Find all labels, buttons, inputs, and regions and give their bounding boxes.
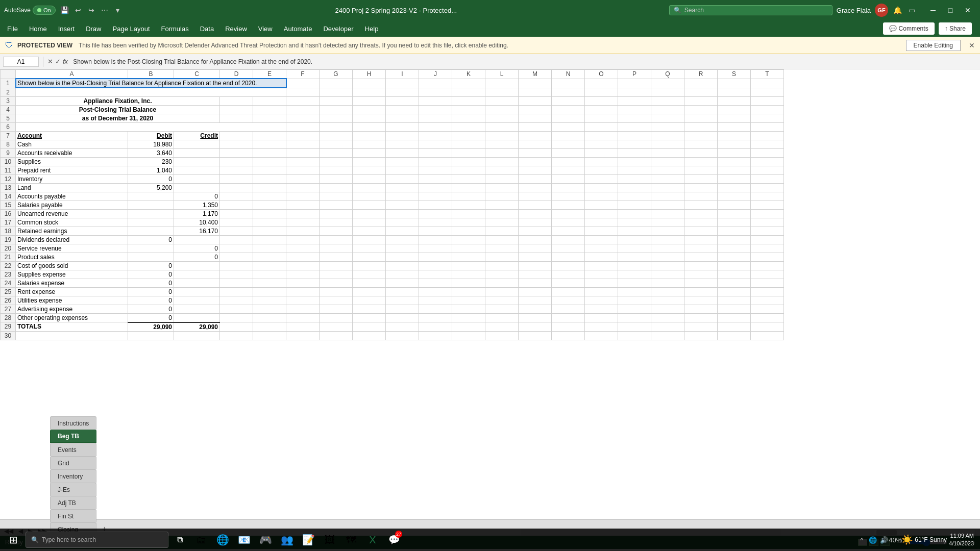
cell-empty-15-9[interactable]	[519, 201, 552, 209]
network-icon[interactable]: 🌐	[869, 536, 877, 544]
more-icon[interactable]: ⋯	[100, 5, 110, 15]
cell-empty-9-2[interactable]	[286, 148, 320, 157]
cell-empty-11-13[interactable]	[651, 166, 684, 174]
cell-empty-17-14[interactable]	[684, 218, 718, 227]
cell-empty-26-16[interactable]	[751, 296, 784, 305]
cell-empty-24-10[interactable]	[552, 279, 585, 287]
cell-empty-17-12[interactable]	[618, 218, 651, 227]
cell-empty-10-5[interactable]	[386, 157, 419, 166]
col-header-a[interactable]: A	[16, 70, 128, 79]
cell-empty-8-5[interactable]	[386, 140, 419, 148]
cell-empty-26-12[interactable]	[618, 296, 651, 305]
cell-empty-25-8[interactable]	[485, 287, 519, 296]
cell-empty-12-10[interactable]	[552, 174, 585, 183]
cell-empty-10-6[interactable]	[419, 157, 452, 166]
cell-empty-22-6[interactable]	[419, 261, 452, 270]
cell-empty-22-1[interactable]	[253, 261, 286, 270]
cell-a8[interactable]: Cash	[16, 140, 128, 148]
cell-empty-11-10[interactable]	[552, 166, 585, 174]
cell-empty-13-11[interactable]	[585, 183, 618, 192]
cell-empty-20-4[interactable]	[353, 244, 386, 253]
col-header-o[interactable]: O	[585, 70, 618, 79]
cell-l1[interactable]	[485, 79, 519, 88]
col-header-q[interactable]: Q	[651, 70, 684, 79]
cell-empty-23-14[interactable]	[684, 270, 718, 279]
cell-c19[interactable]	[174, 235, 220, 244]
cell-empty-8-16[interactable]	[751, 140, 784, 148]
taskbar-search[interactable]: 🔍 Type here to search	[26, 532, 168, 548]
mail-icon[interactable]: 📧	[234, 529, 254, 551]
cell-empty-13-9[interactable]	[519, 183, 552, 192]
cell-c21[interactable]: 0	[174, 253, 220, 261]
cell-empty-24-9[interactable]	[519, 279, 552, 287]
cell-empty-19-14[interactable]	[684, 235, 718, 244]
cell-a9[interactable]: Accounts receivable	[16, 148, 128, 157]
cell-empty-19-13[interactable]	[651, 235, 684, 244]
cell-empty-30-12[interactable]	[519, 331, 552, 340]
cell-empty-12-12[interactable]	[618, 174, 651, 183]
cell-c11[interactable]	[174, 166, 220, 174]
cell-empty-15-5[interactable]	[386, 201, 419, 209]
cell-empty-27-3[interactable]	[320, 305, 353, 313]
cell-empty-24-2[interactable]	[286, 279, 320, 287]
cell-empty-25-0[interactable]	[220, 287, 253, 296]
cell-empty-12-6[interactable]	[419, 174, 452, 183]
cell-empty-23-9[interactable]	[519, 270, 552, 279]
cell-empty-18-14[interactable]	[684, 227, 718, 235]
cell-empty-27-4[interactable]	[353, 305, 386, 313]
cell-empty-30-1[interactable]	[128, 331, 174, 340]
cell-empty-30-17[interactable]	[684, 331, 718, 340]
cell-a18[interactable]: Retained earnings	[16, 227, 128, 235]
cell-empty-29-10[interactable]	[552, 322, 585, 332]
cell-empty-13-16[interactable]	[751, 183, 784, 192]
photos-icon[interactable]: 🖼	[320, 529, 340, 551]
start-button[interactable]: ⊞	[2, 529, 24, 551]
cell-empty-25-10[interactable]	[552, 287, 585, 296]
cell-empty-20-13[interactable]	[651, 244, 684, 253]
cell-empty-9-16[interactable]	[751, 148, 784, 157]
cell-m1[interactable]	[519, 79, 552, 88]
cell-c26[interactable]	[174, 296, 220, 305]
sheet-tab-beg-tb[interactable]: Beg TB	[50, 430, 96, 443]
cell-empty-24-15[interactable]	[718, 279, 751, 287]
cell-empty-15-1[interactable]	[253, 201, 286, 209]
cell-empty-13-7[interactable]	[452, 183, 485, 192]
cell-c23[interactable]	[174, 270, 220, 279]
cell-empty-14-9[interactable]	[519, 192, 552, 201]
cell-empty-24-13[interactable]	[651, 279, 684, 287]
cell-a1[interactable]: Shown below is the Post-Closing Trial Ba…	[16, 79, 286, 88]
cell-empty-14-11[interactable]	[585, 192, 618, 201]
teams-icon[interactable]: 👥	[277, 529, 297, 551]
cell-c25[interactable]	[174, 287, 220, 296]
cell-empty-22-4[interactable]	[353, 261, 386, 270]
cell-empty-29-11[interactable]	[585, 322, 618, 332]
cell-c28[interactable]	[174, 313, 220, 322]
cell-empty-14-10[interactable]	[552, 192, 585, 201]
cell-empty-25-13[interactable]	[651, 287, 684, 296]
cell-empty-9-1[interactable]	[253, 148, 286, 157]
xbox-icon[interactable]: 🎮	[255, 529, 276, 551]
cell-empty-22-9[interactable]	[519, 261, 552, 270]
cell-empty-8-0[interactable]	[220, 140, 253, 148]
cell-empty-30-14[interactable]	[585, 331, 618, 340]
cell-empty-27-9[interactable]	[519, 305, 552, 313]
cell-empty-23-13[interactable]	[651, 270, 684, 279]
sheet-tab-instructions[interactable]: Instructions	[50, 416, 96, 430]
sheet-tab-inventory[interactable]: Inventory	[50, 469, 96, 483]
cell-empty-18-11[interactable]	[585, 227, 618, 235]
cell-empty-20-0[interactable]	[220, 244, 253, 253]
cell-empty-26-14[interactable]	[684, 296, 718, 305]
cell-a12[interactable]: Inventory	[16, 174, 128, 183]
cell-a13[interactable]: Land	[16, 183, 128, 192]
cell-empty-14-8[interactable]	[485, 192, 519, 201]
cell-empty-9-13[interactable]	[651, 148, 684, 157]
cell-c17[interactable]: 10,400	[174, 218, 220, 227]
cell-empty-23-0[interactable]	[220, 270, 253, 279]
cell-c24[interactable]	[174, 279, 220, 287]
cell-empty-12-8[interactable]	[485, 174, 519, 183]
cell-empty-17-13[interactable]	[651, 218, 684, 227]
cell-empty-9-15[interactable]	[718, 148, 751, 157]
menu-automate[interactable]: Automate	[279, 23, 317, 35]
cell-empty-17-11[interactable]	[585, 218, 618, 227]
cell-b13[interactable]: 5,200	[128, 183, 174, 192]
